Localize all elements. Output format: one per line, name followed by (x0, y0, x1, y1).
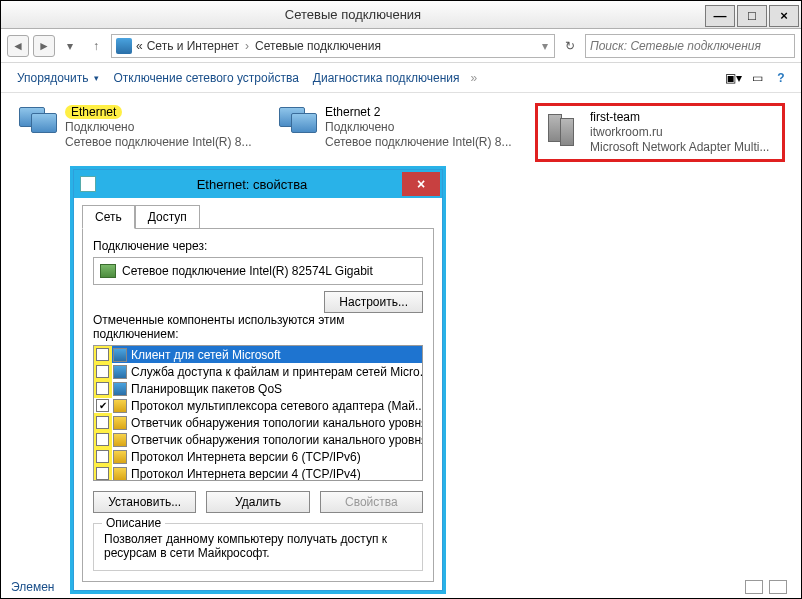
connection-domain: itworkroom.ru (590, 125, 769, 140)
component-icon (113, 450, 127, 464)
window-titlebar: Сетевые подключения — □ × (1, 1, 801, 29)
component-item[interactable]: Служба доступа к файлам и принтерам сете… (94, 363, 422, 380)
connection-item[interactable]: Ethernet 2 Подключено Сетевое подключени… (275, 103, 525, 162)
component-item[interactable]: ✔Протокол мультиплексора сетевого адапте… (94, 397, 422, 414)
recent-dropdown[interactable]: ▾ (59, 35, 81, 57)
connection-device: Сетевое подключение Intel(R) 8... (325, 135, 512, 150)
description-text: Позволяет данному компьютеру получать до… (104, 532, 412, 560)
uninstall-button[interactable]: Удалить (206, 491, 309, 513)
connection-name: first-team (590, 110, 769, 125)
component-icon (113, 348, 127, 362)
connect-using-label: Подключение через: (93, 239, 423, 253)
component-label: Планировщик пакетов QoS (131, 382, 282, 396)
component-item[interactable]: Клиент для сетей Microsoft (94, 346, 422, 363)
network-adapter-icon (17, 105, 59, 145)
location-icon (116, 38, 132, 54)
connection-device: Microsoft Network Adapter Multi... (590, 140, 769, 155)
tab-strip: Сеть Доступ (74, 198, 442, 228)
component-checkbox[interactable] (96, 450, 109, 463)
back-button[interactable]: ◄ (7, 35, 29, 57)
breadcrumb[interactable]: « Сеть и Интернет › Сетевые подключения … (111, 34, 555, 58)
view-layout-button[interactable]: ▣▾ (723, 69, 743, 87)
dialog-title: Ethernet: свойства (102, 177, 402, 192)
preview-pane-button[interactable]: ▭ (747, 69, 767, 87)
description-group: Описание Позволяет данному компьютеру по… (93, 523, 423, 571)
component-icon (113, 382, 127, 396)
components-listbox[interactable]: Клиент для сетей MicrosoftСлужба доступа… (93, 345, 423, 481)
component-checkbox[interactable] (96, 433, 109, 446)
configure-button[interactable]: Настроить... (324, 291, 423, 313)
properties-button[interactable]: Свойства (320, 491, 423, 513)
breadcrumb-root[interactable]: « (136, 39, 143, 53)
component-icon (113, 399, 127, 413)
component-checkbox[interactable] (96, 467, 109, 480)
component-icon (113, 416, 127, 430)
network-adapter-icon (277, 105, 319, 145)
overflow-button[interactable]: » (471, 71, 478, 85)
breadcrumb-dropdown[interactable]: ▾ (542, 39, 548, 53)
disable-device-button[interactable]: Отключение сетевого устройства (107, 67, 304, 89)
component-item[interactable]: Ответчик обнаружения топологии канальног… (94, 414, 422, 431)
address-bar: ◄ ► ▾ ↑ « Сеть и Интернет › Сетевые подк… (1, 29, 801, 63)
component-checkbox[interactable] (96, 416, 109, 429)
connection-name: Ethernet (65, 105, 122, 119)
component-label: Протокол Интернета версии 6 (TCP/IPv6) (131, 450, 361, 464)
component-label: Ответчик обнаружения топологии канальног… (131, 416, 423, 430)
help-button[interactable]: ? (771, 69, 791, 87)
component-icon (113, 467, 127, 481)
maximize-button[interactable]: □ (737, 5, 767, 27)
component-label: Протокол мультиплексора сетевого адаптер… (131, 399, 423, 413)
chevron-right-icon: › (245, 39, 249, 53)
connection-item[interactable]: first-team itworkroom.ru Microsoft Netwo… (535, 103, 785, 162)
component-item[interactable]: Ответчик обнаружения топологии канальног… (94, 431, 422, 448)
component-item[interactable]: Протокол Интернета версии 6 (TCP/IPv6) (94, 448, 422, 465)
component-label: Протокол Интернета версии 4 (TCP/IPv4) (131, 467, 361, 481)
tab-network[interactable]: Сеть (82, 205, 135, 229)
connections-list: Ethernet Подключено Сетевое подключение … (15, 103, 787, 162)
dialog-close-button[interactable]: × (402, 172, 440, 196)
component-label: Служба доступа к файлам и принтерам сете… (131, 365, 423, 379)
component-icon (113, 433, 127, 447)
connection-status: Подключено (65, 120, 252, 135)
component-label: Ответчик обнаружения топологии канальног… (131, 433, 423, 447)
adapter-name: Сетевое подключение Intel(R) 82574L Giga… (122, 264, 373, 278)
connection-status: Подключено (325, 120, 512, 135)
view-options: ▣▾ ▭ ? (723, 69, 791, 87)
component-checkbox[interactable] (96, 348, 109, 361)
minimize-button[interactable]: — (705, 5, 735, 27)
window-title: Сетевые подключения (1, 7, 705, 22)
components-label: Отмеченные компоненты используются этим … (93, 313, 423, 341)
adapter-field: Сетевое подключение Intel(R) 82574L Giga… (93, 257, 423, 285)
command-bar: Упорядочить Отключение сетевого устройст… (1, 63, 801, 93)
breadcrumb-item[interactable]: Сеть и Интернет (147, 39, 239, 53)
details-view-icon[interactable] (745, 580, 763, 594)
refresh-button[interactable]: ↻ (559, 35, 581, 57)
install-button[interactable]: Установить... (93, 491, 196, 513)
component-checkbox[interactable] (96, 382, 109, 395)
tab-content: Подключение через: Сетевое подключение I… (82, 228, 434, 582)
tab-sharing[interactable]: Доступ (135, 205, 200, 229)
server-team-icon (542, 110, 584, 150)
component-item[interactable]: Планировщик пакетов QoS (94, 380, 422, 397)
component-label: Клиент для сетей Microsoft (131, 348, 281, 362)
forward-button[interactable]: ► (33, 35, 55, 57)
properties-dialog: Ethernet: свойства × Сеть Доступ Подключ… (73, 169, 443, 591)
component-item[interactable]: Протокол Интернета версии 4 (TCP/IPv4) (94, 465, 422, 481)
component-icon (113, 365, 127, 379)
dialog-icon (80, 176, 96, 192)
close-button[interactable]: × (769, 5, 799, 27)
breadcrumb-item[interactable]: Сетевые подключения (255, 39, 381, 53)
connection-item[interactable]: Ethernet Подключено Сетевое подключение … (15, 103, 265, 162)
search-box[interactable] (585, 34, 795, 58)
up-button[interactable]: ↑ (85, 35, 107, 57)
nic-icon (100, 264, 116, 278)
diagnose-button[interactable]: Диагностика подключения (307, 67, 466, 89)
organize-menu[interactable]: Упорядочить (11, 67, 105, 89)
connection-name: Ethernet 2 (325, 105, 512, 120)
dialog-titlebar[interactable]: Ethernet: свойства × (74, 170, 442, 198)
large-icons-view-icon[interactable] (769, 580, 787, 594)
component-checkbox[interactable] (96, 365, 109, 378)
status-bar-text: Элемен (11, 580, 54, 594)
search-input[interactable] (590, 39, 790, 53)
component-checkbox[interactable]: ✔ (96, 399, 109, 412)
